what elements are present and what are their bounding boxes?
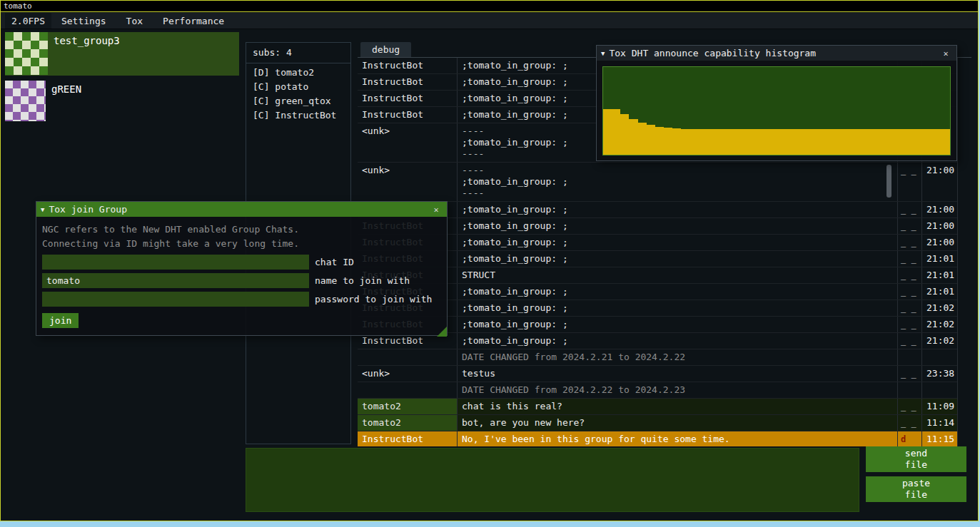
member-item[interactable]: [C] green_qtox — [246, 94, 350, 108]
message-time: 11:15 — [922, 431, 958, 446]
chat-row[interactable]: InstructBotNo, I've been in this group f… — [358, 431, 957, 446]
send-file-button[interactable]: send file — [866, 446, 966, 472]
desktop: tomato 2.0FPS Settings Tox Performance t… — [0, 0, 980, 527]
menu-item-settings[interactable]: Settings — [51, 13, 116, 29]
histogram-bar — [733, 129, 742, 155]
message-status: d — [898, 431, 922, 446]
histogram-bar — [803, 129, 812, 155]
chat-row[interactable]: InstructBot;tomato_in_group: ;_ _21:02 — [358, 300, 957, 317]
member-list: [D] tomato2[C] potato[C] green_qtox[C] I… — [246, 66, 350, 123]
message-time: 11:09 — [922, 399, 958, 414]
message-text: bot, are you new here? — [458, 415, 898, 431]
histogram-bar — [855, 129, 864, 155]
histogram-bar — [655, 127, 664, 155]
join-field-input[interactable] — [42, 292, 309, 307]
histogram-window-titlebar[interactable]: ▼ Tox DHT announce capability histogram … — [597, 46, 956, 61]
message-text: ;tomato_in_group: ; — [458, 317, 898, 332]
histogram-plot — [602, 66, 951, 155]
message-time: 21:01 — [922, 267, 958, 283]
message-time: 21:02 — [922, 333, 958, 349]
join-group-window: ▼ Tox join Group ✕ NGC refers to the New… — [36, 201, 448, 336]
close-icon[interactable]: ✕ — [939, 48, 952, 58]
chat-row[interactable]: <unk>----;tomato_in_group: ;----_ _21:00 — [358, 163, 957, 202]
histogram-bar — [724, 129, 733, 155]
roster-list: test_group3gREEN — [5, 32, 239, 129]
histogram-bar — [647, 125, 655, 155]
join-info-line-2: Connecting via ID might take a very long… — [42, 237, 441, 251]
chat-row[interactable]: InstructBotSTRUCT_ _21:01 — [358, 267, 957, 284]
chat-row[interactable]: InstructBot;tomato_in_group: ;_ _21:00 — [358, 218, 957, 235]
member-item[interactable]: [D] tomato2 — [246, 66, 350, 80]
message-text: ;tomato_in_group: ; — [458, 218, 898, 234]
join-field-row: name to join with — [42, 273, 441, 288]
message-status: _ _ — [898, 284, 922, 300]
paste-file-button[interactable]: paste file — [866, 476, 966, 502]
message-text: ;tomato_in_group: ; — [458, 333, 898, 349]
sender-name: InstructBot — [358, 431, 458, 446]
histogram-bar — [699, 129, 707, 155]
message-time: 21:02 — [922, 317, 958, 332]
join-info-line-1: NGC refers to the New DHT enabled Group … — [42, 222, 441, 237]
message-text: DATE CHANGED from 2024.2.22 to 2024.2.23 — [458, 382, 898, 398]
member-item[interactable]: [C] InstructBot — [246, 108, 350, 123]
join-field-label: name to join with — [315, 275, 410, 286]
join-button[interactable]: join — [42, 313, 79, 328]
join-window-title: Tox join Group — [49, 204, 430, 215]
message-input[interactable] — [246, 448, 859, 512]
resize-grip[interactable] — [437, 327, 447, 337]
message-time: 23:38 — [922, 366, 958, 382]
histogram-bar — [872, 129, 881, 155]
chat-row[interactable]: tomato2bot, are you new here?_ _11:14 — [358, 415, 957, 431]
message-time: 21:00 — [922, 163, 958, 201]
message-status: _ _ — [898, 333, 922, 349]
chat-row[interactable]: DATE CHANGED from 2024.2.21 to 2024.2.22 — [358, 349, 957, 366]
histogram-bar — [846, 129, 854, 155]
histogram-bar — [777, 129, 785, 155]
histogram-bar — [864, 129, 872, 155]
chat-row[interactable]: tomato2chat is this real?_ _11:09 — [358, 399, 957, 415]
message-time: 21:02 — [922, 300, 958, 316]
message-status: _ _ — [898, 218, 922, 234]
message-text: ;tomato_in_group: ; — [458, 202, 898, 218]
message-time — [922, 349, 958, 365]
collapse-icon[interactable]: ▼ — [601, 50, 605, 57]
join-field-input[interactable] — [42, 273, 309, 288]
chat-row[interactable]: <unk>testus_ _23:38 — [358, 366, 957, 382]
message-status: _ _ — [898, 235, 922, 250]
message-text: STRUCT — [458, 267, 898, 283]
roster-item-gREEN[interactable]: gREEN — [5, 81, 239, 124]
message-time: 21:00 — [922, 202, 958, 218]
histogram-bar — [759, 129, 768, 155]
histogram-bar — [707, 129, 716, 155]
close-icon[interactable]: ✕ — [430, 205, 443, 215]
scrollbar-thumb[interactable] — [886, 165, 891, 198]
histogram-bar — [768, 129, 777, 155]
sender-name: InstructBot — [358, 91, 458, 106]
window-titlebar[interactable]: tomato — [1, 1, 978, 12]
group-avatar — [5, 32, 48, 75]
message-time: 21:01 — [922, 284, 958, 300]
sender-name: tomato2 — [358, 415, 458, 431]
collapse-icon[interactable]: ▼ — [41, 206, 44, 213]
chat-row[interactable]: InstructBot;tomato_in_group: ;_ _21:01 — [358, 251, 957, 267]
chat-row[interactable]: InstructBot;tomato_in_group: ;_ _21:02 — [358, 317, 957, 333]
message-text: ;tomato_in_group: ; — [458, 300, 898, 316]
fps-counter: 2.0FPS — [5, 13, 51, 29]
member-item[interactable]: [C] potato — [246, 80, 350, 94]
message-text: ----;tomato_in_group: ;---- — [458, 163, 898, 201]
roster-item-test_group3[interactable]: test_group3 — [5, 32, 239, 76]
chat-row[interactable]: DATE CHANGED from 2024.2.22 to 2024.2.23 — [358, 382, 957, 399]
tab-debug[interactable]: debug — [360, 42, 411, 57]
chat-row[interactable]: InstructBot;tomato_in_group: ;_ _21:02 — [358, 333, 957, 349]
sender-name — [358, 349, 458, 365]
join-field-input[interactable] — [42, 255, 309, 270]
sender-name: <unk> — [358, 123, 458, 162]
menu-item-performance[interactable]: Performance — [153, 13, 234, 29]
menu-item-tox[interactable]: Tox — [116, 13, 153, 29]
histogram-bar — [751, 129, 759, 155]
sender-name: <unk> — [358, 163, 458, 201]
join-window-titlebar[interactable]: ▼ Tox join Group ✕ — [36, 202, 447, 217]
chat-row[interactable]: InstructBot;tomato_in_group: ;_ _21:01 — [358, 284, 957, 300]
chat-row[interactable]: InstructBot;tomato_in_group: ;_ _21:00 — [358, 202, 957, 218]
chat-row[interactable]: InstructBot;tomato_in_group: ;_ _21:00 — [358, 235, 957, 251]
